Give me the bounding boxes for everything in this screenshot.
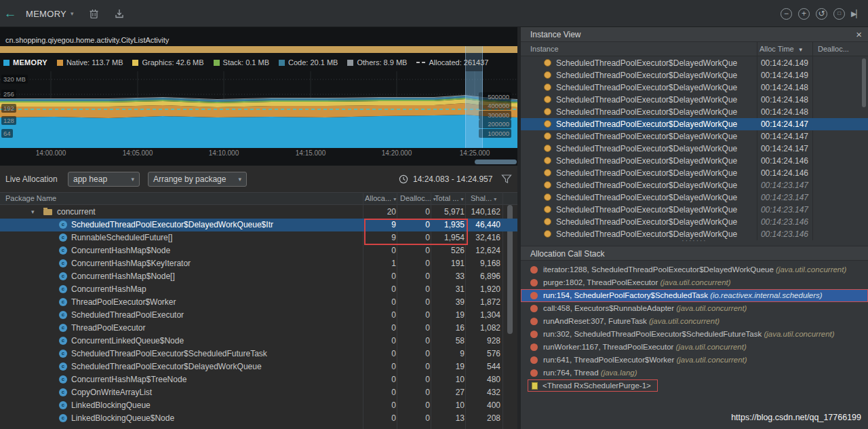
call-stack-frame[interactable]: purge:1802, ThreadPoolExecutor (java.uti…: [521, 276, 868, 289]
arrange-select[interactable]: Arrange by package ▾: [148, 172, 247, 187]
header-total-count-label: Total ...: [435, 194, 458, 202]
class-row[interactable]: cLinkedBlockingQueue0010400: [0, 399, 517, 412]
class-row[interactable]: cScheduledThreadPoolExecutor00191,304: [0, 309, 517, 322]
export-session-button[interactable]: [114, 8, 125, 19]
frame-package: (java.util.concurrent): [676, 304, 747, 312]
y-axis-label: 64: [1, 129, 13, 138]
call-stack-frame[interactable]: runWorker:1167, ThreadPoolExecutor (java…: [521, 341, 868, 354]
class-row[interactable]: cScheduledThreadPoolExecutor$DelayedWork…: [0, 360, 517, 373]
class-row[interactable]: cThreadPoolExecutor$Worker00391,872: [0, 296, 517, 309]
instance-row[interactable]: ScheduledThreadPoolExecutor$DelayedWorkQ…: [521, 191, 868, 204]
memory-legend: MEMORY Native: 113.7 MBGraphics: 42.6 MB…: [3, 58, 488, 67]
instance-row[interactable]: ScheduledThreadPoolExecutor$DelayedWorkQ…: [521, 143, 868, 155]
class-row[interactable]: cConcurrentHashMap$KeyIterator101919,168: [0, 257, 517, 270]
call-stack-frame[interactable]: run:764, Thread (java.lang): [521, 367, 868, 379]
frame-method: iterator:1288, ScheduledThreadPoolExecut…: [543, 265, 776, 274]
y-axis-label: 300000: [479, 111, 511, 119]
allocations-value: 0: [391, 360, 396, 373]
delete-session-button[interactable]: [89, 8, 99, 19]
filter-button[interactable]: [501, 174, 512, 187]
zoom-out-icon[interactable]: −: [781, 8, 792, 20]
instance-row[interactable]: ScheduledThreadPoolExecutor$DelayedWorkQ…: [521, 130, 868, 143]
column-alloc-time[interactable]: Alloc Time ▼: [760, 42, 804, 57]
class-row[interactable]: cCopyOnWriteArrayList0027432: [0, 386, 517, 399]
zoom-to-selection-icon[interactable]: □: [833, 8, 845, 20]
instance-row[interactable]: ScheduledThreadPoolExecutor$DelayedWorkQ…: [521, 69, 868, 81]
header-package-name[interactable]: Package Name: [5, 194, 56, 202]
class-row[interactable]: cConcurrentHashMap$Node[]00336,896: [0, 270, 517, 283]
total-count-value: 19: [456, 360, 465, 373]
class-row[interactable]: cConcurrentLinkedQueue$Node0058928: [0, 335, 517, 348]
call-stack-frame[interactable]: call:458, Executors$RunnableAdapter (jav…: [521, 302, 868, 315]
instance-row[interactable]: ScheduledThreadPoolExecutor$DelayedWorkQ…: [521, 94, 868, 106]
alloc-time-value: 00:14:24.147: [761, 130, 808, 143]
instance-row[interactable]: ScheduledThreadPoolExecutor$DelayedWorkQ…: [521, 57, 868, 69]
instance-row[interactable]: ScheduledThreadPoolExecutor$DelayedWorkQ…: [521, 204, 868, 216]
class-row[interactable]: cConcurrentHashMap$TreeNode0010480: [0, 373, 517, 386]
y-axis-label: 256: [1, 90, 16, 98]
instance-row[interactable]: ScheduledThreadPoolExecutor$DelayedWorkQ…: [521, 106, 868, 118]
instance-row[interactable]: ScheduledThreadPoolExecutor$DelayedWorkQ…: [521, 179, 868, 191]
call-stack-frame[interactable]: <Thread RxSchedulerPurge-1>: [521, 379, 868, 392]
call-stack-frame[interactable]: run:302, ScheduledThreadPoolExecutor$Sch…: [521, 328, 868, 341]
deallocations-value: 0: [425, 412, 430, 425]
class-icon: c: [59, 350, 67, 358]
go-live-icon[interactable]: ▶▏: [851, 10, 861, 18]
class-row[interactable]: cThreadPoolExecutor00161,082: [0, 322, 517, 335]
method-icon: [530, 331, 538, 338]
total-count-value: 13: [456, 412, 465, 425]
back-icon[interactable]: ←: [0, 6, 20, 21]
memory-chart[interactable]: MEMORY Native: 113.7 MBGraphics: 42.6 MB…: [0, 53, 517, 148]
zoom-in-icon[interactable]: +: [798, 8, 810, 20]
class-name: ThreadPoolExecutor$Worker: [71, 296, 176, 309]
class-row[interactable]: cLinkedBlockingQueue$Node0013208: [0, 412, 517, 425]
export-icon: [114, 8, 125, 19]
instance-list-scrollbar[interactable]: [862, 58, 866, 107]
shallow-size-value: 1,304: [480, 309, 500, 322]
column-dealloc[interactable]: Dealloc...: [818, 42, 849, 56]
class-name: CopyOnWriteArrayList: [71, 386, 152, 399]
class-row[interactable]: cConcurrentHashMap00311,920: [0, 283, 517, 296]
class-icon: c: [59, 272, 67, 280]
column-instance[interactable]: Instance: [530, 42, 559, 56]
header-total-count[interactable]: Total ...▾: [435, 194, 463, 202]
shallow-size-value: 480: [487, 373, 500, 386]
watermark-url: https://blog.csdn.net/qq_17766199: [731, 413, 861, 422]
splitter-grip[interactable]: ·······: [521, 238, 868, 246]
call-stack-frame[interactable]: runAndReset:307, FutureTask (java.util.c…: [521, 315, 868, 328]
session-selector[interactable]: MEMORY ▾: [26, 9, 74, 19]
legend-color-chip: [57, 60, 63, 66]
instance-row[interactable]: ScheduledThreadPoolExecutor$DelayedWorkQ…: [521, 118, 868, 130]
chevron-down-icon: ▾: [494, 196, 496, 202]
close-icon[interactable]: ×: [856, 27, 862, 42]
reset-zoom-icon[interactable]: ↺: [816, 8, 827, 20]
call-stack-frame[interactable]: iterator:1288, ScheduledThreadPoolExecut…: [521, 263, 868, 276]
call-stack-frame[interactable]: run:154, SchedulerPoolFactory$ScheduledT…: [521, 289, 868, 302]
shallow-size-value: 1,920: [480, 283, 500, 296]
instance-row[interactable]: ScheduledThreadPoolExecutor$DelayedWorkQ…: [521, 167, 868, 179]
instance-row[interactable]: ScheduledThreadPoolExecutor$DelayedWorkQ…: [521, 81, 868, 94]
alloc-time-value: 00:14:24.146: [761, 155, 808, 167]
class-name: ScheduledThreadPoolExecutor: [71, 309, 184, 322]
package-table-rows: ▾concurrent2005,971140,162cScheduledThre…: [0, 206, 517, 425]
instance-icon: [544, 59, 551, 67]
frame-package: (java.util.concurrent): [676, 343, 747, 351]
timeline-scrollbar[interactable]: [475, 160, 517, 164]
heap-select[interactable]: app heap ▾: [68, 172, 140, 187]
class-row[interactable]: cConcurrentHashMap$Node0052612,624: [0, 244, 517, 257]
header-shallow-size[interactable]: Shal...▾: [471, 194, 496, 202]
class-icon: c: [59, 246, 67, 255]
header-allocations[interactable]: Alloca...▾: [365, 194, 396, 202]
package-row[interactable]: ▾concurrent2005,971140,162: [0, 206, 517, 219]
instance-row[interactable]: ScheduledThreadPoolExecutor$DelayedWorkQ…: [521, 155, 868, 167]
class-row[interactable]: cRunnableScheduledFuture[]901,95432,416: [0, 231, 517, 244]
call-stack-frame[interactable]: run:641, ThreadPoolExecutor$Worker (java…: [521, 354, 868, 367]
allocations-value: 0: [391, 309, 396, 322]
instance-row[interactable]: ScheduledThreadPoolExecutor$DelayedWorkQ…: [521, 216, 868, 228]
shallow-size-value: 544: [487, 360, 500, 373]
class-row[interactable]: cScheduledThreadPoolExecutor$DelayedWork…: [0, 219, 517, 231]
legend-label: Allocated: 261437: [429, 58, 488, 67]
legend-color-chip: [416, 62, 425, 63]
class-row[interactable]: cScheduledThreadPoolExecutor$ScheduledFu…: [0, 348, 517, 360]
expander-icon[interactable]: ▾: [31, 206, 35, 219]
